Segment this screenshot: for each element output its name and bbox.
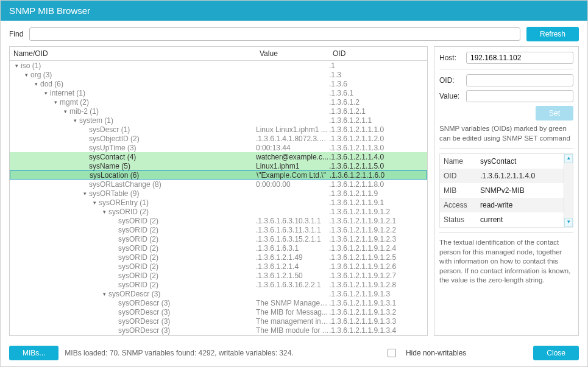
tree-toggle-icon[interactable]: ▾ xyxy=(62,108,68,114)
tree-row[interactable]: ▾internet (1).1.3.6.1 xyxy=(10,88,427,97)
hide-nonwritables-checkbox[interactable] xyxy=(388,349,396,357)
tree-row[interactable]: sysLocation (6)\"Example.Com Ltd.\".1.3.… xyxy=(10,170,427,180)
refresh-button[interactable]: Refresh xyxy=(526,27,579,41)
tree-row[interactable]: ▾dod (6).1.3.6 xyxy=(10,79,427,88)
tree-row[interactable]: sysORID (2).1.3.6.1.6.3.10.3.1.1.1.3.6.1… xyxy=(10,216,427,225)
tree-row[interactable]: sysORID (2).1.3.6.1.6.3.16.2.2.1.1.3.6.1… xyxy=(10,280,427,289)
tree-row[interactable]: sysORID (2).1.3.6.1.2.1.49.1.3.6.1.2.1.1… xyxy=(10,253,427,262)
tree-row[interactable]: sysContact (4)watcher@example.c....1.3.6… xyxy=(10,152,427,161)
prop-oid-value: .1.3.6.1.2.1.1.4.0 xyxy=(480,172,560,180)
tree-node-value: .1.3.6.1.6.3.10.3.1.1 xyxy=(256,217,329,225)
tree-node-value: .1.3.6.1.6.3.1 xyxy=(256,244,329,253)
tree-node-value: The management inf... xyxy=(256,317,329,326)
tree-node-oid: .1.3.6.1.2.1.1.9.1.2.8 xyxy=(329,281,427,289)
find-bar: Find Refresh xyxy=(1,21,587,46)
tree-node-value: .1.3.6.1.2.1.50 xyxy=(256,271,329,280)
prop-mib-key: MIB xyxy=(444,186,480,195)
prop-scrollbar[interactable]: ▴ ▾ xyxy=(564,154,573,227)
tree-node-value: .1.3.6.1.6.3.15.2.1.1 xyxy=(256,235,329,243)
tree-row[interactable]: sysObjectID (2).1.3.6.1.4.1.8072.3.2.10.… xyxy=(10,134,427,143)
tree-node-oid: .1.3.6.1.2.1.1.9.1.2.1 xyxy=(329,217,427,225)
tree-node-value: 0:00:13.44 xyxy=(256,144,329,152)
col-oid[interactable]: OID xyxy=(329,47,427,60)
tree-node-value: .1.3.6.1.6.3.16.2.2.1 xyxy=(256,281,329,289)
tree-toggle-icon[interactable]: ▾ xyxy=(13,63,19,69)
mibs-button[interactable]: MIBs... xyxy=(9,346,58,360)
tree-row[interactable]: sysDescr (1)Linux Linux1.iphm1 ....1.3.6… xyxy=(10,125,427,134)
set-button[interactable]: Set xyxy=(536,106,573,121)
tree-node-value: watcher@example.c... xyxy=(256,153,329,161)
tree-toggle-icon[interactable]: ▾ xyxy=(72,117,78,124)
tree-row[interactable]: ▾iso (1).1 xyxy=(10,61,427,70)
tree-row[interactable]: sysORLastChange (8)0:00:00.00.1.3.6.1.2.… xyxy=(10,180,427,189)
tree-node-name: sysORID (2) xyxy=(118,226,158,234)
tree-node-name: sysORDescr (3) xyxy=(118,299,170,307)
tree-node-name: sysORDescr (3) xyxy=(108,290,160,298)
tree-row[interactable]: ▾sysORDescr (3).1.3.6.1.2.1.1.9.1.3 xyxy=(10,289,427,298)
prop-name-value: sysContact xyxy=(480,157,560,166)
tree-node-oid: .1.3.6.1.2.1.1 xyxy=(329,116,427,125)
host-label: Host: xyxy=(439,54,462,62)
tree-row[interactable]: sysORID (2).1.3.6.1.6.3.15.2.1.1.1.3.6.1… xyxy=(10,234,427,243)
tree-row[interactable]: ▾mib-2 (1).1.3.6.1.2.1 xyxy=(10,107,427,116)
tree-node-name: sysDescr (1) xyxy=(89,125,130,134)
tree-node-name: sysORID (2) xyxy=(118,281,158,289)
tree-row[interactable]: sysORDescr (3)The MIB module for ....1.3… xyxy=(10,326,427,335)
tree-row[interactable]: ▾system (1).1.3.6.1.2.1.1 xyxy=(10,116,427,125)
tree-node-oid: .1.3.6.1.2 xyxy=(329,98,427,107)
tree-toggle-icon[interactable]: ▾ xyxy=(23,72,29,78)
tree-row[interactable]: sysORID (2).1.3.6.1.2.1.4.1.3.6.1.2.1.1.… xyxy=(10,262,427,271)
tree-row[interactable]: sysUpTime (3)0:00:13.44.1.3.6.1.2.1.1.3.… xyxy=(10,143,427,152)
tree-node-name: sysORID (2) xyxy=(118,244,158,253)
prop-access-key: Access xyxy=(444,201,480,209)
tree-row[interactable]: ▾mgmt (2).1.3.6.1.2 xyxy=(10,97,427,107)
tree-node-oid: .1.3.6.1.2.1.1.9.1 xyxy=(329,198,427,207)
tree-node-name: mib-2 (1) xyxy=(69,107,99,116)
tree-row[interactable]: sysORDescr (3)The management inf....1.3.… xyxy=(10,316,427,326)
tree-node-oid: .1.3.6.1.2.1.1.9.1.2.3 xyxy=(329,235,427,243)
tree-toggle-icon[interactable]: ▾ xyxy=(33,81,39,87)
prop-oid-key: OID xyxy=(444,172,480,180)
tree-row[interactable]: sysName (5)Linux1.iphm1.1.3.6.1.2.1.1.5.… xyxy=(10,161,427,170)
oid-input[interactable] xyxy=(466,74,573,86)
tree-toggle-icon[interactable]: ▾ xyxy=(101,209,107,215)
tree-node-name: sysORDescr (3) xyxy=(118,308,170,316)
tree-node-name: sysORDescr (3) xyxy=(118,326,170,335)
scroll-up-icon[interactable]: ▴ xyxy=(564,154,573,163)
find-input[interactable] xyxy=(29,27,520,41)
tree-toggle-icon[interactable]: ▾ xyxy=(52,99,58,105)
tree-row[interactable]: ▾sysORID (2).1.3.6.1.2.1.1.9.1.2 xyxy=(10,207,427,216)
tree-node-oid: .1.3.6.1.2.1.1.3.0 xyxy=(329,144,427,152)
close-button[interactable]: Close xyxy=(533,346,579,360)
tree-toggle-icon[interactable]: ▾ xyxy=(91,200,97,206)
tree-row[interactable]: sysORDescr (3)The MIB for Messag....1.3.… xyxy=(10,307,427,316)
scroll-down-icon[interactable]: ▾ xyxy=(564,218,573,227)
tree-row[interactable]: sysORDescr (3)The SNMP Managem....1.3.6.… xyxy=(10,298,427,307)
tree-node-oid: .1.3.6.1 xyxy=(329,89,427,97)
col-name[interactable]: Name/OID xyxy=(10,47,256,60)
tree-node-name: sysORID (2) xyxy=(118,253,158,262)
tree-row[interactable]: sysORID (2).1.3.6.1.6.3.11.3.1.1.1.3.6.1… xyxy=(10,225,427,234)
tree-row[interactable]: ▾sysOREntry (1).1.3.6.1.2.1.1.9.1 xyxy=(10,198,427,207)
tree-node-oid: .1.3 xyxy=(329,71,427,79)
status-line: MIBs loaded: 70. SNMP variables found: 4… xyxy=(65,349,381,357)
host-input[interactable] xyxy=(466,52,573,64)
tree-row[interactable]: sysORID (2).1.3.6.1.2.1.50.1.3.6.1.2.1.1… xyxy=(10,271,427,280)
hide-nonwritables-label: Hide non-writables xyxy=(406,349,466,357)
tree-row[interactable]: ▾org (3).1.3 xyxy=(10,70,427,79)
window-title: SNMP MIB Browser xyxy=(1,1,587,21)
col-value[interactable]: Value xyxy=(256,47,329,60)
tree-row[interactable]: sysORID (2).1.3.6.1.6.3.1.1.3.6.1.2.1.1.… xyxy=(10,243,427,253)
footer: MIBs... MIBs loaded: 70. SNMP variables … xyxy=(1,341,587,366)
tree-node-oid: .1.3.6.1.2.1 xyxy=(329,107,427,116)
oid-label: OID: xyxy=(439,76,462,85)
tree-toggle-icon[interactable]: ▾ xyxy=(82,190,88,197)
tree-body[interactable]: ▾iso (1).1▾org (3).1.3▾dod (6).1.3.6▾int… xyxy=(10,61,427,335)
value-input[interactable] xyxy=(466,90,573,102)
tree-toggle-icon[interactable]: ▾ xyxy=(101,291,107,297)
tree-node-value: \"Example.Com Ltd.\" xyxy=(257,171,330,180)
tree-node-value: The MIB module for ... xyxy=(256,326,329,335)
tree-toggle-icon[interactable]: ▾ xyxy=(43,90,49,96)
tree-node-oid: .1.3.6.1.2.1.1.9.1.2.6 xyxy=(329,262,427,271)
tree-row[interactable]: ▾sysORTable (9).1.3.6.1.2.1.1.9 xyxy=(10,189,427,198)
